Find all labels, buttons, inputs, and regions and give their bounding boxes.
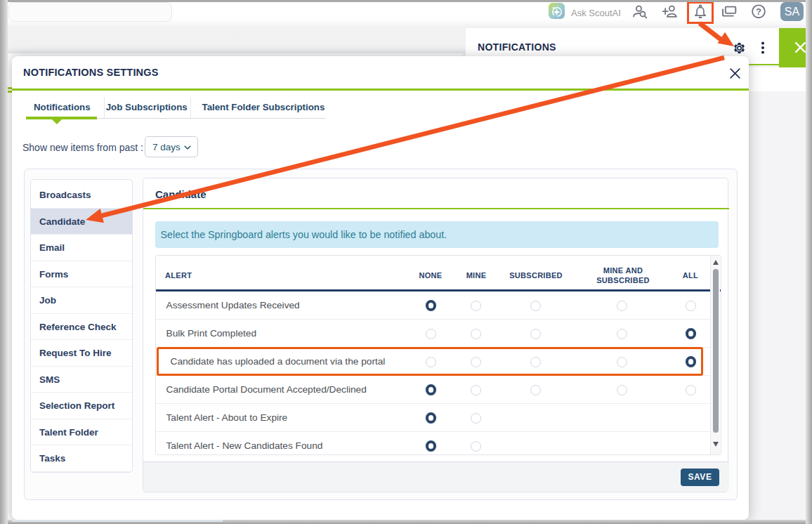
svg-text:?: ? (756, 6, 761, 16)
